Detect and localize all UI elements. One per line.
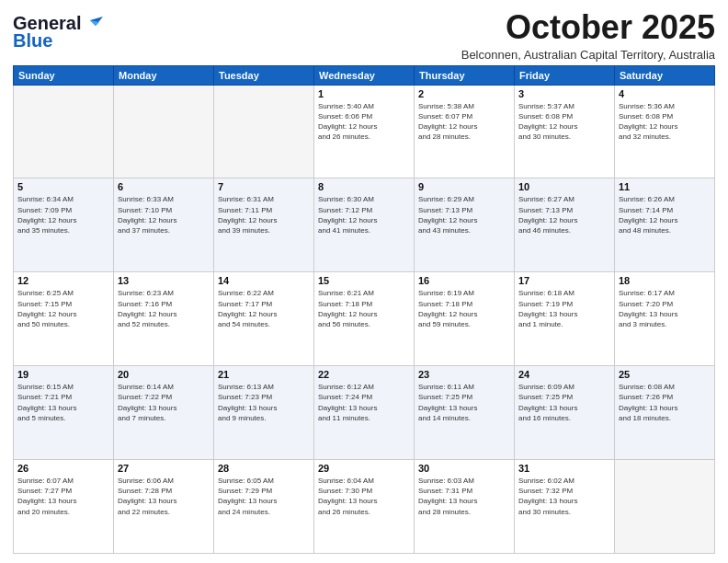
- day-info: Sunrise: 6:21 AMSunset: 7:18 PMDaylight:…: [318, 288, 410, 329]
- day-number: 1: [318, 88, 410, 99]
- day-info: Sunrise: 6:22 AMSunset: 7:17 PMDaylight:…: [218, 288, 310, 329]
- day-info: Sunrise: 6:19 AMSunset: 7:18 PMDaylight:…: [418, 288, 510, 329]
- table-row: 8Sunrise: 6:30 AMSunset: 7:12 PMDaylight…: [314, 178, 415, 272]
- day-info: Sunrise: 5:40 AMSunset: 6:06 PMDaylight:…: [318, 101, 410, 143]
- header-wednesday: Wednesday: [314, 65, 415, 85]
- table-row: 22Sunrise: 6:12 AMSunset: 7:24 PMDayligh…: [314, 366, 415, 460]
- day-info: Sunrise: 5:37 AMSunset: 6:08 PMDaylight:…: [518, 101, 610, 143]
- page: General Blue October 2025 Belconnen, Aus…: [0, 0, 728, 563]
- table-row: 9Sunrise: 6:29 AMSunset: 7:13 PMDaylight…: [415, 178, 515, 272]
- table-row: 1Sunrise: 5:40 AMSunset: 6:06 PMDaylight…: [314, 85, 415, 178]
- header-sunday: Sunday: [14, 65, 114, 85]
- table-row: 31Sunrise: 6:02 AMSunset: 7:32 PMDayligh…: [515, 460, 615, 554]
- table-row: 13Sunrise: 6:23 AMSunset: 7:16 PMDayligh…: [114, 272, 214, 366]
- day-number: 21: [218, 369, 310, 380]
- table-row: 29Sunrise: 6:04 AMSunset: 7:30 PMDayligh…: [314, 460, 415, 554]
- table-row: 7Sunrise: 6:31 AMSunset: 7:11 PMDaylight…: [214, 178, 314, 272]
- table-row: 21Sunrise: 6:13 AMSunset: 7:23 PMDayligh…: [214, 366, 314, 460]
- day-number: 31: [518, 463, 610, 474]
- table-row: 27Sunrise: 6:06 AMSunset: 7:28 PMDayligh…: [114, 460, 214, 554]
- table-row: 3Sunrise: 5:37 AMSunset: 6:08 PMDaylight…: [515, 85, 615, 178]
- day-number: 12: [17, 275, 109, 286]
- header-saturday: Saturday: [615, 65, 715, 85]
- calendar-subtitle: Belconnen, Australian Capital Territory,…: [461, 48, 715, 62]
- calendar-week-row: 1Sunrise: 5:40 AMSunset: 6:06 PMDaylight…: [14, 85, 715, 178]
- table-row: 15Sunrise: 6:21 AMSunset: 7:18 PMDayligh…: [314, 272, 415, 366]
- table-row: 5Sunrise: 6:34 AMSunset: 7:09 PMDaylight…: [14, 178, 114, 272]
- day-info: Sunrise: 6:33 AMSunset: 7:10 PMDaylight:…: [118, 194, 210, 236]
- table-row: 16Sunrise: 6:19 AMSunset: 7:18 PMDayligh…: [415, 272, 515, 366]
- day-number: 17: [518, 275, 610, 286]
- day-number: 15: [318, 275, 410, 286]
- day-info: Sunrise: 6:11 AMSunset: 7:25 PMDaylight:…: [418, 382, 510, 423]
- calendar-week-row: 26Sunrise: 6:07 AMSunset: 7:27 PMDayligh…: [14, 460, 715, 554]
- calendar-week-row: 19Sunrise: 6:15 AMSunset: 7:21 PMDayligh…: [14, 366, 715, 460]
- table-row: 11Sunrise: 6:26 AMSunset: 7:14 PMDayligh…: [615, 178, 715, 272]
- day-info: Sunrise: 6:06 AMSunset: 7:28 PMDaylight:…: [118, 476, 210, 517]
- day-info: Sunrise: 6:17 AMSunset: 7:20 PMDaylight:…: [619, 288, 711, 329]
- table-row: 20Sunrise: 6:14 AMSunset: 7:22 PMDayligh…: [114, 366, 214, 460]
- table-row: [114, 85, 214, 178]
- logo-blue-text: Blue: [13, 30, 52, 52]
- day-number: 22: [318, 369, 410, 380]
- table-row: 12Sunrise: 6:25 AMSunset: 7:15 PMDayligh…: [14, 272, 114, 366]
- day-number: 19: [17, 369, 109, 380]
- table-row: 25Sunrise: 6:08 AMSunset: 7:26 PMDayligh…: [615, 366, 715, 460]
- table-row: 23Sunrise: 6:11 AMSunset: 7:25 PMDayligh…: [415, 366, 515, 460]
- day-number: 20: [118, 369, 210, 380]
- day-number: 9: [418, 181, 510, 192]
- table-row: 6Sunrise: 6:33 AMSunset: 7:10 PMDaylight…: [114, 178, 214, 272]
- calendar-week-row: 12Sunrise: 6:25 AMSunset: 7:15 PMDayligh…: [14, 272, 715, 366]
- table-row: 14Sunrise: 6:22 AMSunset: 7:17 PMDayligh…: [214, 272, 314, 366]
- day-number: 27: [118, 463, 210, 474]
- day-info: Sunrise: 6:05 AMSunset: 7:29 PMDaylight:…: [218, 476, 310, 517]
- day-info: Sunrise: 6:08 AMSunset: 7:26 PMDaylight:…: [619, 382, 711, 423]
- day-number: 6: [118, 181, 210, 192]
- header-friday: Friday: [515, 65, 615, 85]
- calendar-title: October 2025: [461, 9, 715, 46]
- header-monday: Monday: [114, 65, 214, 85]
- day-info: Sunrise: 6:25 AMSunset: 7:15 PMDaylight:…: [17, 288, 109, 329]
- day-number: 10: [518, 181, 610, 192]
- table-row: 4Sunrise: 5:36 AMSunset: 6:08 PMDaylight…: [615, 85, 715, 178]
- logo-bird-icon: [83, 17, 103, 31]
- day-number: 2: [418, 88, 510, 99]
- day-info: Sunrise: 5:36 AMSunset: 6:08 PMDaylight:…: [619, 101, 711, 143]
- day-info: Sunrise: 6:04 AMSunset: 7:30 PMDaylight:…: [318, 476, 410, 517]
- day-number: 30: [418, 463, 510, 474]
- day-number: 13: [118, 275, 210, 286]
- header: General Blue October 2025 Belconnen, Aus…: [13, 9, 715, 62]
- day-info: Sunrise: 6:23 AMSunset: 7:16 PMDaylight:…: [118, 288, 210, 329]
- day-info: Sunrise: 5:38 AMSunset: 6:07 PMDaylight:…: [418, 101, 510, 143]
- day-number: 29: [318, 463, 410, 474]
- day-number: 26: [17, 463, 109, 474]
- day-info: Sunrise: 6:02 AMSunset: 7:32 PMDaylight:…: [518, 476, 610, 517]
- day-number: 5: [17, 181, 109, 192]
- table-row: [615, 460, 715, 554]
- day-info: Sunrise: 6:14 AMSunset: 7:22 PMDaylight:…: [118, 382, 210, 423]
- day-number: 28: [218, 463, 310, 474]
- day-number: 25: [619, 369, 711, 380]
- day-info: Sunrise: 6:26 AMSunset: 7:14 PMDaylight:…: [619, 194, 711, 236]
- calendar-week-row: 5Sunrise: 6:34 AMSunset: 7:09 PMDaylight…: [14, 178, 715, 272]
- table-row: 10Sunrise: 6:27 AMSunset: 7:13 PMDayligh…: [515, 178, 615, 272]
- day-number: 24: [518, 369, 610, 380]
- day-number: 14: [218, 275, 310, 286]
- table-row: 24Sunrise: 6:09 AMSunset: 7:25 PMDayligh…: [515, 366, 615, 460]
- day-info: Sunrise: 6:27 AMSunset: 7:13 PMDaylight:…: [518, 194, 610, 236]
- table-row: 30Sunrise: 6:03 AMSunset: 7:31 PMDayligh…: [415, 460, 515, 554]
- calendar-table: Sunday Monday Tuesday Wednesday Thursday…: [13, 65, 715, 554]
- day-number: 18: [619, 275, 711, 286]
- header-thursday: Thursday: [415, 65, 515, 85]
- table-row: 19Sunrise: 6:15 AMSunset: 7:21 PMDayligh…: [14, 366, 114, 460]
- logo: General Blue: [13, 9, 103, 52]
- table-row: 26Sunrise: 6:07 AMSunset: 7:27 PMDayligh…: [14, 460, 114, 554]
- table-row: 2Sunrise: 5:38 AMSunset: 6:07 PMDaylight…: [415, 85, 515, 178]
- day-info: Sunrise: 6:30 AMSunset: 7:12 PMDaylight:…: [318, 194, 410, 236]
- day-info: Sunrise: 6:15 AMSunset: 7:21 PMDaylight:…: [17, 382, 109, 423]
- day-number: 7: [218, 181, 310, 192]
- day-number: 16: [418, 275, 510, 286]
- title-block: October 2025 Belconnen, Australian Capit…: [461, 9, 715, 62]
- day-info: Sunrise: 6:09 AMSunset: 7:25 PMDaylight:…: [518, 382, 610, 423]
- day-info: Sunrise: 6:13 AMSunset: 7:23 PMDaylight:…: [218, 382, 310, 423]
